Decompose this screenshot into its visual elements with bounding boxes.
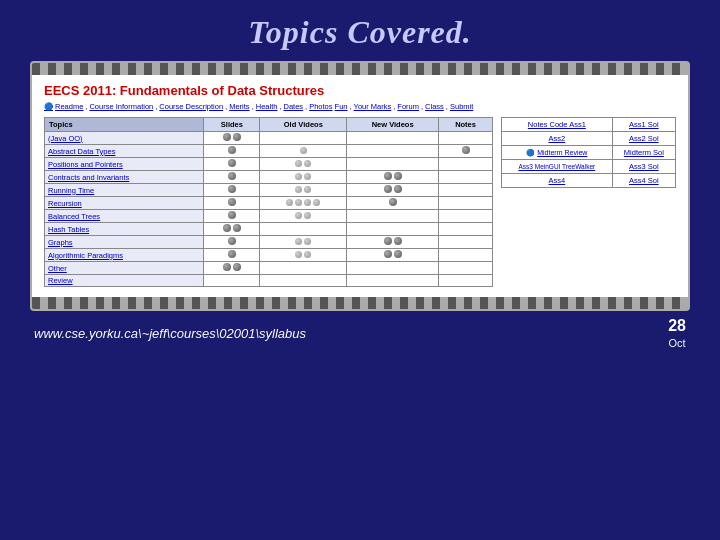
topic-cell[interactable]: Other <box>45 262 204 275</box>
course-title: EECS 2011: Fundamentals of Data Structur… <box>44 83 676 98</box>
new-cell <box>347 275 439 287</box>
notes-cell <box>439 236 493 249</box>
nav-readme[interactable]: Readme <box>55 102 83 111</box>
midterm-review-link[interactable]: Midterm Review <box>537 149 587 156</box>
new-cell <box>347 210 439 223</box>
topic-cell[interactable]: Contracts and Invariants <box>45 171 204 184</box>
nav-marks[interactable]: Your Marks <box>354 102 392 111</box>
slides-cell <box>204 184 260 197</box>
notes-cell <box>439 171 493 184</box>
slides-cell <box>204 249 260 262</box>
old-cell <box>260 145 347 158</box>
nav-links: 🔵 Readme, Course Information, Course Des… <box>44 102 676 111</box>
right-cell[interactable]: Ass3 Sol <box>612 160 675 174</box>
nav-course-info[interactable]: Course Information <box>89 102 153 111</box>
col-old-videos: Old Videos <box>260 118 347 132</box>
topic-cell[interactable]: Hash Tables <box>45 223 204 236</box>
nav-forum[interactable]: Forum <box>397 102 419 111</box>
topics-table: Topics Slides Old Videos New Videos Note… <box>44 117 493 287</box>
deco-bar-bottom <box>32 297 688 309</box>
old-cell <box>260 171 347 184</box>
right-cell: 🔵 Midterm Review <box>502 146 613 160</box>
notes-cell <box>439 184 493 197</box>
nav-photos[interactable]: Photos <box>309 102 332 111</box>
notes-cell <box>439 275 493 287</box>
new-cell <box>347 158 439 171</box>
old-cell <box>260 197 347 210</box>
old-cell <box>260 223 347 236</box>
new-cell <box>347 171 439 184</box>
right-row: Notes Code Ass1 Ass1 Sol <box>502 118 676 132</box>
right-row: 🔵 Midterm Review Midterm Sol <box>502 146 676 160</box>
right-cell[interactable]: Ass1 Sol <box>612 118 675 132</box>
col-slides: Slides <box>204 118 260 132</box>
bottom-area: www.cse.yorku.ca\~jeff\courses\02001\syl… <box>30 317 690 349</box>
notes-cell <box>439 158 493 171</box>
topic-cell[interactable]: Abstract Data Types <box>45 145 204 158</box>
table-row: Algorithmic Paradigms <box>45 249 493 262</box>
right-table: Notes Code Ass1 Ass1 Sol Ass2 Ass2 Sol 🔵… <box>501 117 676 188</box>
topic-cell[interactable]: Balanced Trees <box>45 210 204 223</box>
nav-health[interactable]: Health <box>256 102 278 111</box>
new-cell <box>347 236 439 249</box>
notes-cell <box>439 210 493 223</box>
notes-cell <box>439 197 493 210</box>
notes-cell <box>439 145 493 158</box>
right-cell[interactable]: Ass4 <box>502 174 613 188</box>
slides-cell <box>204 210 260 223</box>
table-row: Hash Tables <box>45 223 493 236</box>
right-row: Ass4 Ass4 Sol <box>502 174 676 188</box>
slides-cell <box>204 171 260 184</box>
nav-class[interactable]: Class <box>425 102 444 111</box>
table-row: Contracts and Invariants <box>45 171 493 184</box>
nav-icon: 🔵 <box>44 102 53 111</box>
table-row: Balanced Trees <box>45 210 493 223</box>
nav-fun[interactable]: Fun <box>335 102 348 111</box>
slides-cell <box>204 223 260 236</box>
right-cell[interactable]: Ass2 Sol <box>612 132 675 146</box>
nav-dates[interactable]: Dates <box>284 102 304 111</box>
notes-cell <box>439 262 493 275</box>
topic-cell[interactable]: Algorithmic Paradigms <box>45 249 204 262</box>
right-cell[interactable]: Ass2 <box>502 132 613 146</box>
new-cell <box>347 197 439 210</box>
url-text: www.cse.yorku.ca\~jeff\courses\02001\syl… <box>34 326 306 341</box>
nav-course-desc[interactable]: Course Description <box>159 102 223 111</box>
topic-cell[interactable]: Running Time <box>45 184 204 197</box>
topic-cell[interactable]: Positions and Pointers <box>45 158 204 171</box>
new-cell <box>347 132 439 145</box>
col-new-videos: New Videos <box>347 118 439 132</box>
notes-cell <box>439 223 493 236</box>
old-cell <box>260 132 347 145</box>
ass3-link[interactable]: Ass3 MeinGUI TreeWalker <box>518 163 595 170</box>
old-cell <box>260 236 347 249</box>
nav-merits[interactable]: Merits <box>229 102 249 111</box>
right-cell[interactable]: Ass4 Sol <box>612 174 675 188</box>
old-cell <box>260 210 347 223</box>
deco-bar-top <box>32 63 688 75</box>
slides-cell <box>204 197 260 210</box>
topic-cell[interactable]: Recursion <box>45 197 204 210</box>
table-row: Running Time <box>45 184 493 197</box>
topic-cell[interactable]: Review <box>45 275 204 287</box>
old-cell <box>260 184 347 197</box>
main-content: Topics Slides Old Videos New Videos Note… <box>44 117 676 287</box>
page-title: Topics Covered. <box>248 0 472 61</box>
col-topics: Topics <box>45 118 204 132</box>
table-row: Abstract Data Types <box>45 145 493 158</box>
new-cell <box>347 145 439 158</box>
slides-cell <box>204 145 260 158</box>
new-cell <box>347 262 439 275</box>
month-label: Oct <box>669 337 686 349</box>
slides-cell <box>204 275 260 287</box>
topic-cell[interactable]: (Java OO) <box>45 132 204 145</box>
slides-cell <box>204 158 260 171</box>
table-row: Other <box>45 262 493 275</box>
slides-cell <box>204 262 260 275</box>
old-cell <box>260 262 347 275</box>
slides-cell <box>204 236 260 249</box>
right-cell[interactable]: Midterm Sol <box>612 146 675 160</box>
right-cell[interactable]: Notes Code Ass1 <box>502 118 613 132</box>
nav-submit[interactable]: Submit <box>450 102 473 111</box>
topic-cell[interactable]: Graphs <box>45 236 204 249</box>
